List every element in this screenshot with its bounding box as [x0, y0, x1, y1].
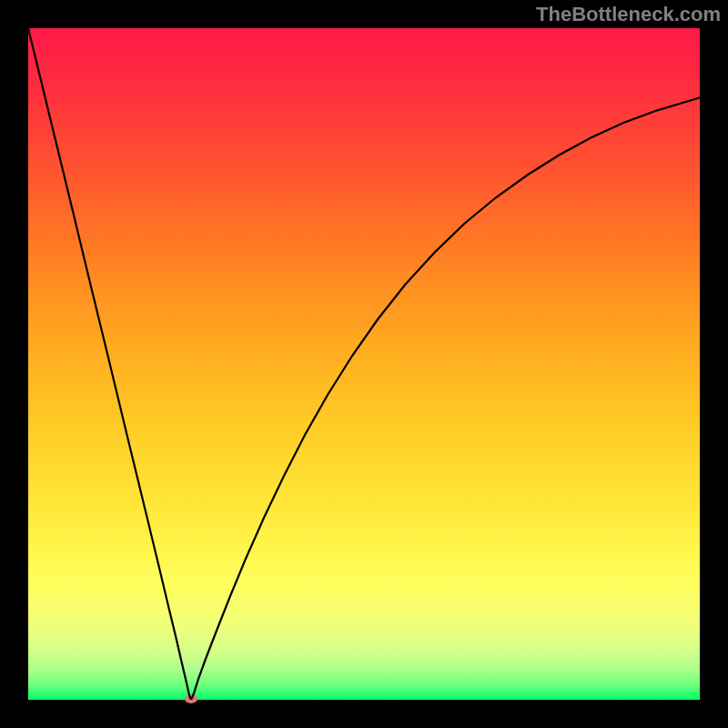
- chart-container: TheBottleneck.com: [0, 0, 728, 728]
- watermark-text: TheBottleneck.com: [536, 3, 721, 26]
- chart-svg: [0, 0, 728, 728]
- plot-background: [28, 28, 700, 700]
